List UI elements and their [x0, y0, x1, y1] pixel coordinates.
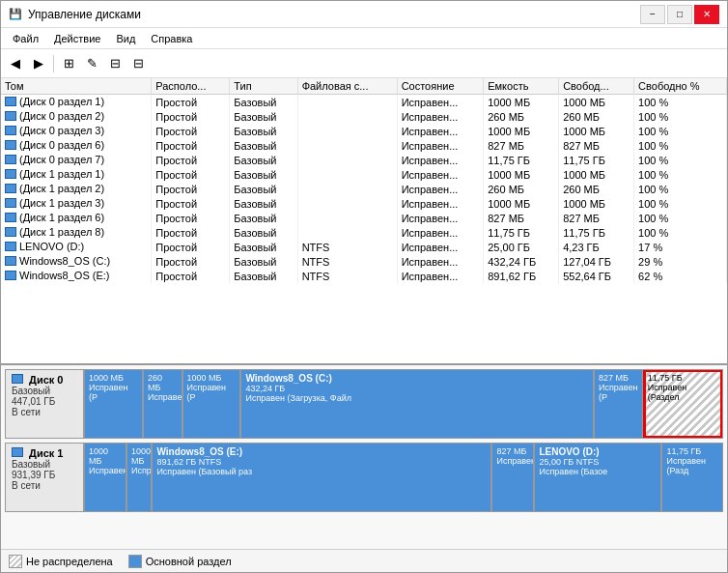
table-cell: 1000 МБ — [484, 167, 559, 182]
disk-partitions: 1000 МБИсправен1000 МБИсправWindows8_OS … — [85, 444, 722, 511]
col-header-type[interactable]: Тип — [230, 78, 297, 95]
table-cell: 100 % — [634, 109, 727, 124]
table-cell: 552,64 ГБ — [559, 269, 634, 283]
partition-status: Исправен (Базовый раз — [156, 467, 487, 476]
title-bar: 💾 Управление дисками − □ ✕ — [1, 1, 727, 28]
table-cell: 100 % — [634, 153, 727, 167]
partition[interactable]: 1000 МБИсправен (Р — [85, 370, 144, 438]
disk-label-size: 447,01 ГБ — [12, 396, 77, 407]
main-window: 💾 Управление дисками − □ ✕ Файл Действие… — [0, 0, 728, 573]
table-row[interactable]: (Диск 1 раздел 2) ПростойБазовыйИсправен… — [1, 182, 727, 196]
col-header-status[interactable]: Состояние — [397, 78, 484, 95]
edit-button[interactable]: ✎ — [81, 53, 102, 74]
col-header-volume[interactable]: Том — [1, 78, 152, 95]
table-cell: 1000 МБ — [484, 196, 559, 211]
col-header-layout[interactable]: Располо... — [152, 78, 230, 95]
refresh-button[interactable]: ⊞ — [58, 53, 79, 74]
table-cell: Исправен... — [397, 225, 484, 240]
table-cell: Исправен... — [397, 124, 484, 138]
table-cell: Простой — [152, 109, 230, 124]
legend-box-unallocated — [9, 555, 22, 568]
table-cell: Базовый — [230, 124, 297, 138]
table-cell — [297, 167, 397, 182]
table-cell: 827 МБ — [559, 211, 634, 225]
minimize-button[interactable]: − — [640, 5, 665, 24]
disk-map-area[interactable]: Диск 0 Базовый 447,01 ГБ В сети 1000 МБИ… — [1, 365, 727, 549]
partition-status: Исправен (Р — [89, 383, 138, 402]
table-cell: Простой — [152, 124, 230, 138]
table-cell: 62 % — [634, 269, 727, 283]
partition-size: 432,24 ГБ — [245, 384, 589, 393]
table-row[interactable]: (Диск 1 раздел 6) ПростойБазовыйИсправен… — [1, 211, 727, 225]
table-row[interactable]: (Диск 0 раздел 2) ПростойБазовыйИсправен… — [1, 109, 727, 124]
table-cell: LENOVO (D:) — [1, 240, 152, 254]
table-row[interactable]: (Диск 0 раздел 1) ПростойБазовыйИсправен… — [1, 95, 727, 110]
partition[interactable]: 11,75 ГБИсправен (Разд — [662, 444, 722, 511]
toolbar-separator-1 — [53, 55, 54, 72]
partition[interactable]: Windows8_OS (E:)891,62 ГБ NTFSИсправен (… — [153, 444, 492, 511]
partition-status: Исправен (Р — [599, 383, 638, 402]
col-header-free[interactable]: Свобод... — [559, 78, 634, 95]
menu-action[interactable]: Действие — [46, 31, 108, 46]
legend-unallocated: Не распределена — [9, 555, 113, 568]
table-row[interactable]: (Диск 0 раздел 6) ПростойБазовыйИсправен… — [1, 138, 727, 153]
back-button[interactable]: ◀ — [5, 53, 26, 74]
table-row[interactable]: (Диск 1 раздел 3) ПростойБазовыйИсправен… — [1, 196, 727, 211]
table-cell: Исправен... — [397, 182, 484, 196]
remove-button-2[interactable]: ⊟ — [127, 53, 149, 74]
table-cell: Базовый — [230, 254, 297, 269]
remove-button-1[interactable]: ⊟ — [104, 53, 126, 74]
table-cell: (Диск 0 раздел 3) — [1, 124, 152, 138]
partition[interactable]: 827 МБИсправен — [492, 444, 535, 511]
partition-name: Windows8_OS (C:) — [245, 373, 589, 384]
close-button[interactable]: ✕ — [694, 5, 719, 24]
col-header-fs[interactable]: Файловая с... — [297, 78, 397, 95]
table-row[interactable]: (Диск 0 раздел 7) ПростойБазовыйИсправен… — [1, 153, 727, 167]
table-cell: 4,23 ГБ — [559, 240, 634, 254]
partition-status: Исправен (Раздел — [648, 383, 718, 402]
legend-label-unallocated: Не распределена — [26, 556, 113, 567]
disk-label-status: В сети — [12, 480, 77, 491]
partition-size: 25,00 ГБ NTFS — [539, 457, 657, 467]
col-header-capacity[interactable]: Емкость — [484, 78, 559, 95]
menu-view[interactable]: Вид — [108, 31, 143, 46]
partition-size: 891,62 ГБ NTFS — [156, 457, 487, 467]
menu-file[interactable]: Файл — [5, 31, 46, 46]
maximize-button[interactable]: □ — [667, 5, 692, 24]
table-cell: Исправен... — [397, 153, 484, 167]
table-row[interactable]: Windows8_OS (C:) ПростойБазовыйNTFSИспра… — [1, 254, 727, 269]
table-row[interactable]: (Диск 0 раздел 3) ПростойБазовыйИсправен… — [1, 124, 727, 138]
partition[interactable]: 11,75 ГБИсправен (Раздел — [644, 370, 722, 438]
col-header-freepct[interactable]: Свободно % — [634, 78, 727, 95]
table-cell: 100 % — [634, 225, 727, 240]
table-cell: Базовый — [230, 109, 297, 124]
table-cell: Простой — [152, 153, 230, 167]
partition[interactable]: 827 МБИсправен (Р — [595, 370, 644, 438]
volumes-table-container[interactable]: Том Располо... Тип Файловая с... Состоян… — [1, 78, 727, 365]
table-cell: 1000 МБ — [484, 124, 559, 138]
partition-status: Исправен (Базое — [539, 467, 657, 476]
table-header-row: Том Располо... Тип Файловая с... Состоян… — [1, 78, 727, 95]
disk-label: Диск 1 Базовый 931,39 ГБ В сети — [6, 444, 85, 511]
table-cell: 100 % — [634, 124, 727, 138]
forward-button[interactable]: ▶ — [28, 53, 49, 74]
partition[interactable]: 1000 МБИсправ — [127, 444, 153, 511]
table-cell: 260 МБ — [559, 182, 634, 196]
partition-size: 827 МБ — [496, 446, 529, 456]
table-cell — [297, 196, 397, 211]
partition[interactable]: Windows8_OS (C:)432,24 ГБИсправен (Загру… — [241, 370, 595, 438]
table-row[interactable]: (Диск 1 раздел 1) ПростойБазовыйИсправен… — [1, 167, 727, 182]
partition-size: 1000 МБ — [89, 446, 122, 466]
menu-help[interactable]: Справка — [143, 31, 200, 46]
partition[interactable]: 260 МБИсправен — [144, 370, 183, 438]
table-cell: 260 МБ — [559, 109, 634, 124]
partition-status: Исправен — [496, 456, 529, 466]
partition[interactable]: 1000 МБИсправен (Р — [183, 370, 242, 438]
table-row[interactable]: Windows8_OS (E:) ПростойБазовыйNTFSИспра… — [1, 269, 727, 283]
table-row[interactable]: (Диск 1 раздел 8) ПростойБазовыйИсправен… — [1, 225, 727, 240]
table-cell: 11,75 ГБ — [484, 225, 559, 240]
partition[interactable]: LENOVO (D:)25,00 ГБ NTFSИсправен (Базое — [535, 444, 662, 511]
partition[interactable]: 1000 МБИсправен — [85, 444, 127, 511]
table-cell: Простой — [152, 95, 230, 110]
table-row[interactable]: LENOVO (D:) ПростойБазовыйNTFSИсправен..… — [1, 240, 727, 254]
